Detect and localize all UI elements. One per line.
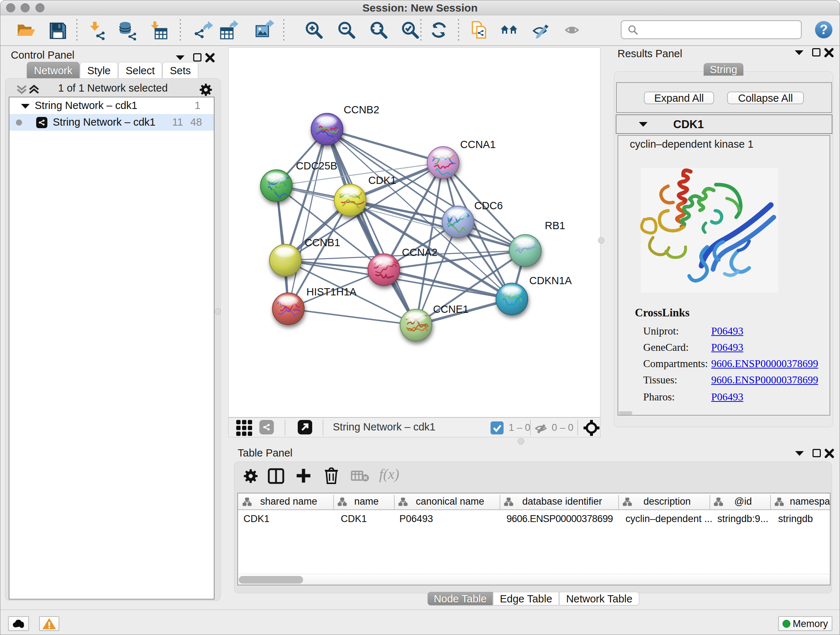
svg-text:CDK1: CDK1 — [368, 174, 396, 186]
svg-text:HIST1H1A: HIST1H1A — [306, 286, 357, 298]
svg-text:RB1: RB1 — [545, 220, 565, 231]
svg-text:CCNE1: CCNE1 — [433, 303, 469, 315]
svg-text:CCNB1: CCNB1 — [305, 237, 340, 249]
svg-text:CDC25B: CDC25B — [296, 160, 337, 172]
svg-text:CDC6: CDC6 — [474, 200, 503, 211]
svg-text:CCNA2: CCNA2 — [402, 247, 437, 258]
svg-text:CCNA1: CCNA1 — [460, 139, 496, 150]
svg-text:CCNB2: CCNB2 — [344, 104, 379, 116]
svg-text:CDKN1A: CDKN1A — [529, 275, 572, 287]
